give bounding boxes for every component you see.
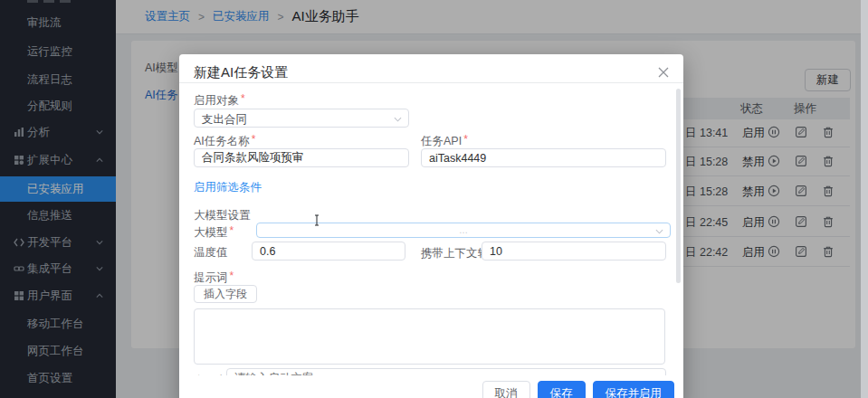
modal-title: 新建AI任务设置 [194, 64, 288, 81]
enable-filter-link[interactable]: 启用筛选条件 [194, 180, 262, 195]
context-rounds-input[interactable] [482, 242, 666, 261]
text-cursor-icon [312, 214, 321, 226]
big-model-label: 大模型* [194, 224, 234, 241]
close-icon[interactable] [657, 66, 670, 79]
enable-target-select[interactable]: 支出合同 [194, 109, 409, 128]
save-button[interactable]: 保存 [538, 381, 586, 398]
chevron-down-icon [655, 229, 663, 234]
chevron-down-icon [394, 117, 402, 122]
cancel-button[interactable]: 取消 [482, 381, 530, 398]
prompt-label: 提示词* [194, 270, 234, 286]
enable-target-label: 启用对象* [194, 92, 245, 109]
task-api-input[interactable] [421, 148, 666, 167]
app-window: 审批流 运行监控 流程日志 分配规则 分析 扩展中心 已安装应用 信息推送 开发… [0, 0, 868, 398]
task-name-input[interactable] [194, 148, 409, 167]
big-model-hint: … [257, 225, 670, 235]
modal-footer: 取消 保存 保存并启用 [179, 375, 683, 398]
new-ai-task-modal: 新建AI任务设置 启用对象* 支出合同 AI任务名称* 任务API* 启用筛选条… [179, 54, 683, 398]
insert-field-button[interactable]: 插入字段 [194, 285, 257, 303]
modal-scrollbar[interactable] [676, 89, 681, 283]
task-api-label: 任务API* [421, 133, 468, 149]
task-name-label: AI任务名称* [194, 133, 255, 149]
model-section-label: 大模型设置 [194, 208, 251, 223]
prompt-textarea[interactable] [194, 308, 665, 365]
temperature-input[interactable] [252, 242, 405, 261]
page-scrollbar[interactable] [861, 0, 868, 398]
temperature-label: 温度值 [194, 245, 228, 261]
modal-header-divider [179, 82, 683, 83]
save-and-enable-button[interactable]: 保存并启用 [593, 381, 675, 398]
